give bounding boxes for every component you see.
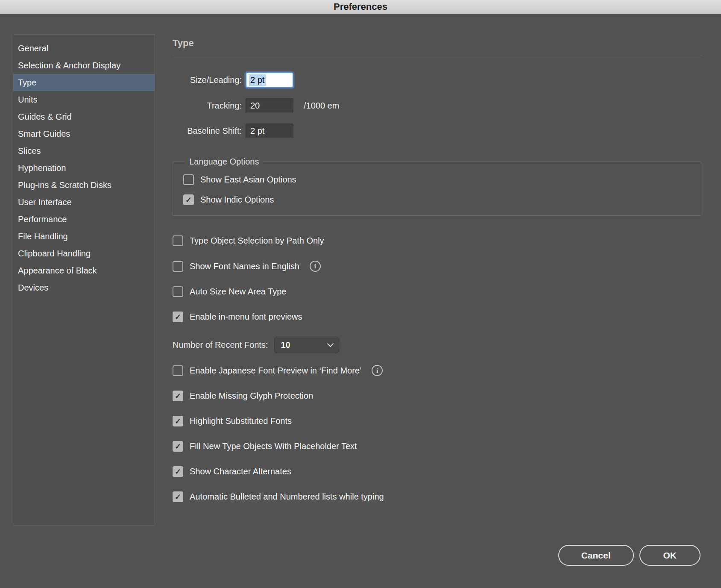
sidebar-item-units[interactable]: Units xyxy=(13,91,155,108)
checkbox-auto-size-new-area-type[interactable] xyxy=(173,286,183,297)
cancel-button[interactable]: Cancel xyxy=(558,545,634,566)
size-leading-row: Size/Leading: 2 pt xyxy=(173,72,701,88)
type-preferences-panel: Type Size/Leading: 2 pt Tracking: 20 /10… xyxy=(173,38,701,517)
sidebar-item-appearance-of-black[interactable]: Appearance of Black xyxy=(13,262,155,279)
divider xyxy=(173,55,701,55)
checkbox-enable-japanese-font-preview-in-find-more[interactable] xyxy=(173,365,183,376)
recent-fonts-row: Number of Recent Fonts:10 xyxy=(173,337,701,353)
checkbox-label: Show Font Names in English xyxy=(190,262,299,271)
sidebar-item-guides-grid[interactable]: Guides & Grid xyxy=(13,108,155,125)
option-row-show-font-names-in-english: Show Font Names in Englishi xyxy=(173,261,701,272)
baseline-shift-input[interactable]: 2 pt xyxy=(246,123,293,138)
type-options-list: Type Object Selection by Path OnlyShow F… xyxy=(173,235,701,502)
baseline-shift-value: 2 pt xyxy=(250,126,264,136)
option-row-enable-in-menu-font-previews: ✓Enable in-menu font previews xyxy=(173,312,701,322)
checkbox-fill-new-type-objects-with-placeholder-text[interactable]: ✓ xyxy=(173,441,183,452)
checkbox-automatic-bulleted-and-numbered-lists-while-typing[interactable]: ✓ xyxy=(173,491,183,502)
option-row-show-east-asian-options: Show East Asian Options xyxy=(183,174,701,185)
sidebar: GeneralSelection & Anchor DisplayTypeUni… xyxy=(13,34,155,526)
size-leading-input[interactable]: 2 pt xyxy=(246,72,293,88)
sidebar-item-performance[interactable]: Performance xyxy=(13,211,155,228)
language-options-group: Language Options Show East Asian Options… xyxy=(173,157,701,216)
checkbox-label: Show East Asian Options xyxy=(200,175,296,185)
language-options-title: Language Options xyxy=(185,157,263,167)
option-row-auto-size-new-area-type: Auto Size New Area Type xyxy=(173,286,701,297)
option-row-fill-new-type-objects-with-placeholder-text: ✓Fill New Type Objects With Placeholder … xyxy=(173,441,701,452)
checkbox-label: Enable Missing Glyph Protection xyxy=(190,391,313,401)
sidebar-item-smart-guides[interactable]: Smart Guides xyxy=(13,125,155,142)
checkbox-label: Enable Japanese Font Preview in ‘Find Mo… xyxy=(190,366,361,376)
language-options-list: Show East Asian Options✓Show Indic Optio… xyxy=(183,174,701,205)
chevron-down-icon xyxy=(327,340,334,347)
checkbox-label: Auto Size New Area Type xyxy=(190,287,286,297)
tracking-row: Tracking: 20 /1000 em xyxy=(173,98,701,113)
checkbox-show-font-names-in-english[interactable] xyxy=(173,261,183,272)
window-title: Preferences xyxy=(334,1,387,12)
option-row-enable-missing-glyph-protection: ✓Enable Missing Glyph Protection xyxy=(173,391,701,401)
sidebar-item-user-interface[interactable]: User Interface xyxy=(13,194,155,211)
checkbox-label: Show Character Alternates xyxy=(190,467,291,476)
recent-fonts-dropdown[interactable]: 10 xyxy=(274,337,339,353)
sidebar-item-general[interactable]: General xyxy=(13,40,155,57)
sidebar-item-devices[interactable]: Devices xyxy=(13,279,155,296)
sidebar-item-hyphenation[interactable]: Hyphenation xyxy=(13,159,155,176)
checkbox-enable-missing-glyph-protection[interactable]: ✓ xyxy=(173,391,183,401)
dialog-footer: Cancel OK xyxy=(558,545,700,566)
option-row-highlight-substituted-fonts: ✓Highlight Substituted Fonts xyxy=(173,416,701,426)
checkbox-show-indic-options[interactable]: ✓ xyxy=(183,194,194,205)
sidebar-item-type[interactable]: Type xyxy=(13,74,155,91)
size-leading-value: 2 pt xyxy=(249,74,266,86)
checkbox-show-character-alternates[interactable]: ✓ xyxy=(173,466,183,477)
checkbox-label: Automatic Bulleted and Numbered lists wh… xyxy=(190,492,384,502)
tracking-label: Tracking: xyxy=(173,101,242,111)
panel-title: Type xyxy=(173,38,701,49)
option-row-type-object-selection-by-path-only: Type Object Selection by Path Only xyxy=(173,235,701,246)
tracking-value: 20 xyxy=(250,101,260,111)
checkbox-show-east-asian-options[interactable] xyxy=(183,174,194,185)
checkbox-label: Enable in-menu font previews xyxy=(190,312,302,322)
sidebar-item-clipboard-handling[interactable]: Clipboard Handling xyxy=(13,245,155,262)
checkbox-label: Type Object Selection by Path Only xyxy=(190,236,324,246)
tracking-input[interactable]: 20 xyxy=(246,98,293,113)
checkbox-enable-in-menu-font-previews[interactable]: ✓ xyxy=(173,312,183,322)
info-icon[interactable]: i xyxy=(310,261,321,272)
checkbox-type-object-selection-by-path-only[interactable] xyxy=(173,235,183,246)
checkbox-highlight-substituted-fonts[interactable]: ✓ xyxy=(173,416,183,426)
sidebar-item-slices[interactable]: Slices xyxy=(13,142,155,159)
recent-fonts-value: 10 xyxy=(281,340,290,350)
option-row-automatic-bulleted-and-numbered-lists-while-typing: ✓Automatic Bulleted and Numbered lists w… xyxy=(173,491,701,502)
size-leading-label: Size/Leading: xyxy=(173,75,242,85)
checkbox-label: Highlight Substituted Fonts xyxy=(190,416,292,426)
baseline-shift-label: Baseline Shift: xyxy=(173,126,242,136)
option-row-show-indic-options: ✓Show Indic Options xyxy=(183,194,701,205)
checkbox-label: Show Indic Options xyxy=(200,195,274,205)
baseline-shift-row: Baseline Shift: 2 pt xyxy=(173,123,701,138)
sidebar-item-file-handling[interactable]: File Handling xyxy=(13,228,155,245)
tracking-suffix: /1000 em xyxy=(304,101,339,111)
sidebar-item-selection-anchor-display[interactable]: Selection & Anchor Display xyxy=(13,57,155,74)
checkbox-label: Fill New Type Objects With Placeholder T… xyxy=(190,441,357,451)
recent-fonts-label: Number of Recent Fonts: xyxy=(173,340,268,350)
sidebar-item-plug-ins-scratch-disks[interactable]: Plug-ins & Scratch Disks xyxy=(13,176,155,194)
ok-button[interactable]: OK xyxy=(639,545,701,566)
titlebar: Preferences xyxy=(0,0,721,14)
option-row-show-character-alternates: ✓Show Character Alternates xyxy=(173,466,701,477)
option-row-enable-japanese-font-preview-in-find-more: Enable Japanese Font Preview in ‘Find Mo… xyxy=(173,365,701,376)
info-icon[interactable]: i xyxy=(372,365,383,376)
